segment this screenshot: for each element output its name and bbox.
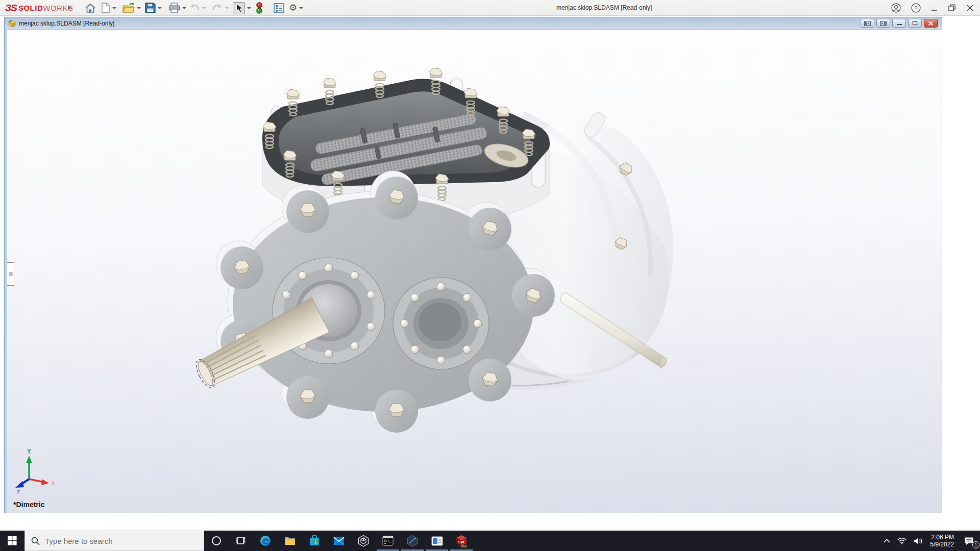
file-properties-button[interactable] [274,2,284,14]
solidworks-2021-button[interactable]: SW 2021 [449,531,474,551]
gear-icon: ⚙ [289,2,297,14]
windows-taskbar: C:\_ SW 2021 [0,531,980,551]
file-explorer-button[interactable] [278,531,302,551]
doc-dock-right-button[interactable] [876,19,890,28]
search-input[interactable] [45,537,188,545]
close-icon[interactable] [966,4,974,12]
options-button[interactable]: ⚙ [289,2,303,14]
action-center-button[interactable]: 1 [958,531,980,551]
undo-dropdown[interactable] [202,7,206,9]
graphics-viewport[interactable]: Y x z *Dimetric [5,30,942,513]
open-icon [122,3,135,13]
account-icon[interactable] [891,3,901,13]
side-cover-flange[interactable] [393,278,489,369]
mail-button[interactable] [327,531,351,551]
open-dropdown[interactable] [137,7,141,9]
edrawings-button[interactable] [400,531,425,551]
document-window-controls [861,19,938,28]
sw-letters: SW [458,540,464,544]
menu-flyout-arrow-icon[interactable] [68,5,71,10]
cortana-icon [211,536,222,546]
select-tool-button[interactable] [233,2,251,14]
chevron-up-icon [884,539,890,543]
speaker-icon [914,537,923,545]
edge-button[interactable] [253,531,278,551]
taskbar-search[interactable] [24,531,204,551]
file-explorer-icon [284,536,296,546]
options-dropdown[interactable] [299,7,303,9]
task-view-button[interactable] [229,531,253,551]
save-button[interactable] [145,2,162,14]
gearbox-assembly-model[interactable]: Y x z [7,30,942,513]
tray-date: 5/9/2022 [930,541,954,548]
3d-viewer-button[interactable] [351,531,376,551]
redo-button[interactable] [212,2,229,14]
new-document-button[interactable] [101,2,116,14]
command-prompt-button[interactable]: C:\_ [376,531,400,551]
save-dropdown[interactable] [158,7,162,9]
save-icon [145,3,156,13]
doc-minimize-button[interactable] [892,19,906,28]
help-icon[interactable]: ? [911,3,921,13]
solidworks-2021-icon: SW 2021 [455,534,468,547]
solidworks-logo: ЗS SOLID WORKS [5,0,73,16]
app-window-icon [431,536,443,546]
feature-manager-collapsed-tab[interactable] [7,262,14,286]
volume-button[interactable] [910,531,926,551]
3d-viewer-icon [357,535,370,547]
doc-restore-button[interactable] [908,19,922,28]
microsoft-store-icon [309,535,320,546]
home-button[interactable] [85,2,96,14]
clock[interactable]: 2:06 PM 5/9/2022 [926,531,958,551]
dassault-logo-mark: ЗS [5,3,17,14]
select-cursor-icon [235,4,243,13]
start-button[interactable] [0,531,24,551]
tray-chevron-button[interactable] [880,531,894,551]
brand-solid: SOLID [18,4,43,12]
doc-dock-left-button[interactable] [861,19,874,28]
help-glyph: ? [914,5,917,11]
microsoft-store-button[interactable] [302,531,327,551]
task-view-icon [236,536,246,546]
print-button[interactable] [168,2,186,14]
select-tool-active-frame [233,2,245,14]
search-icon [31,537,40,545]
redo-icon [212,4,223,13]
doc-close-button[interactable] [924,19,938,28]
assembly-document-icon [8,19,16,28]
tray-time: 2:06 PM [930,534,954,541]
print-dropdown[interactable] [182,7,186,9]
remote-app-button[interactable] [425,531,449,551]
mail-icon [333,536,345,545]
cortana-button[interactable] [204,531,229,551]
new-document-dropdown[interactable] [112,7,116,9]
file-properties-icon [274,3,284,13]
app-titlebar: ЗS SOLID WORKS [0,0,980,16]
sw-year: 2021 [461,545,467,548]
triad-z-label: z [17,488,20,494]
wifi-button[interactable] [894,531,910,551]
select-tool-dropdown[interactable] [247,7,251,9]
edge-icon [260,535,271,546]
cmd-prompt-text: C:\_ [384,539,392,543]
rebuild-traffic-light-icon [255,2,263,14]
open-button[interactable] [122,2,141,14]
rebuild-button[interactable] [255,2,263,14]
top-cover-opening[interactable] [262,79,550,188]
document-titlebar[interactable]: menjac sklop.SLDASM [Read-only] [5,17,942,30]
home-icon [85,3,96,13]
undo-button[interactable] [189,2,206,14]
wifi-icon [897,537,906,544]
window-chrome-controls: ? [891,0,974,16]
app-window-title: menjac sklop.SLDASM [Read-only] [556,0,652,16]
minimize-icon[interactable] [931,5,938,12]
edrawings-hexagon-icon [406,535,419,547]
restore-icon[interactable] [948,4,956,12]
command-prompt-icon: C:\_ [382,536,394,546]
panel-expand-handle-icon [9,272,13,276]
notification-badge: 1 [972,541,979,548]
document-title: menjac sklop.SLDASM [Read-only] [19,20,114,27]
redo-dropdown[interactable] [225,7,229,9]
orientation-triad: Y x z [15,448,55,494]
view-orientation-label: *Dimetric [13,500,44,509]
